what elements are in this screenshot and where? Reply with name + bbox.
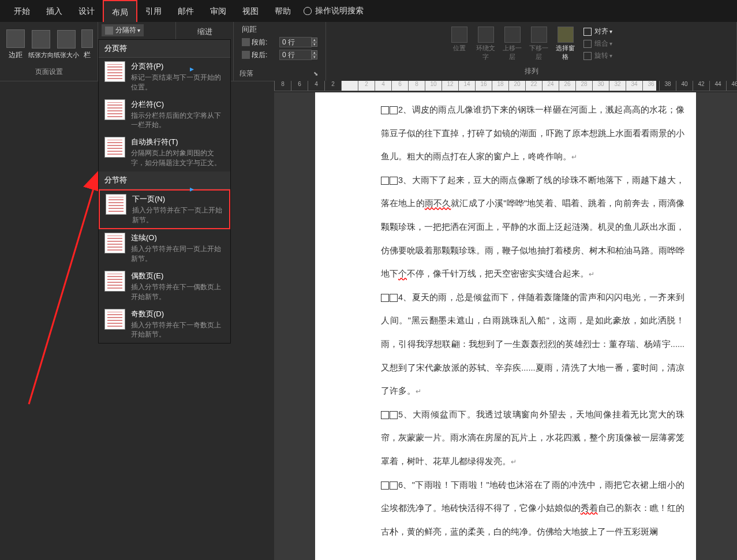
ruler-tick: 4 xyxy=(308,81,324,91)
paragraph-4: 4、夏天的雨，总是倾盆而下，伴随着轰隆隆的雷声和闪闪电光，一齐来到人间。"黑云翻… xyxy=(381,286,684,403)
spin-up[interactable]: ▴ xyxy=(312,50,317,55)
arrow-marker-icon: ▸ xyxy=(190,64,194,73)
spacing-before-input[interactable] xyxy=(279,37,312,47)
bulb-icon xyxy=(304,7,312,15)
ruler-tick: 22 xyxy=(525,81,542,91)
ruler-tick: 2 xyxy=(324,81,341,91)
chevron-down-icon: ▾ xyxy=(137,27,140,33)
continuous-icon xyxy=(104,233,125,253)
menu-text-wrap-break[interactable]: 自动换行符(T)分隔网页上的对象周围的文字，如分隔题注文字与正文。 xyxy=(99,133,230,171)
ruler-tick: 18 xyxy=(492,81,508,91)
ruler-tick: 2 xyxy=(358,81,375,91)
even-page-icon xyxy=(104,271,125,292)
paragraph-6: 6、"下雨啦！下雨啦！"地砖也沐浴在了雨的冲洗中，雨把它衣裙上细小的尘埃都洗净了… xyxy=(381,473,684,544)
group-button: 组合▾ xyxy=(581,38,615,50)
indent-label: 缩进 xyxy=(197,24,212,37)
ruler-tick: 46 xyxy=(726,81,737,91)
position-icon xyxy=(451,27,467,43)
tab-start[interactable]: 开始 xyxy=(6,0,38,22)
wrap-button: 环绕文字 xyxy=(473,24,499,64)
margins-button[interactable]: 边距 xyxy=(3,24,28,65)
position-button: 位置 xyxy=(446,24,473,55)
ruler-tick: 40 xyxy=(676,81,693,91)
tab-design[interactable]: 设计 xyxy=(70,0,103,22)
rotate-button: 旋转▾ xyxy=(581,50,615,62)
align-icon xyxy=(583,28,592,36)
ruler-tick: 44 xyxy=(709,81,726,91)
paragraph-2: 2、调皮的雨点儿像谁扔下来的钢珠一样砸在河面上，溅起高高的水花；像筛豆子似的往下… xyxy=(381,98,684,169)
paragraph-launcher[interactable]: ⬊ xyxy=(312,70,320,77)
spin-down[interactable]: ▾ xyxy=(312,42,317,47)
menu-continuous[interactable]: 连续(O)插入分节符并在同一页上开始新节。 xyxy=(99,229,230,267)
tab-references[interactable]: 引用 xyxy=(137,0,170,22)
spacing-before-label: 段前: xyxy=(252,38,279,47)
breaks-dropdown: 分页符 ▸ 分页符(P)标记一页结束与下一页开始的位置。 分栏符(C)指示分栏符… xyxy=(98,39,231,344)
rotate-icon xyxy=(583,52,592,60)
columns-icon xyxy=(81,29,93,48)
ruler-tick: 36 xyxy=(642,81,659,91)
backward-button: 下移一层 xyxy=(526,24,552,64)
tell-me-search[interactable]: 操作说明搜索 xyxy=(304,6,364,16)
wrap-icon xyxy=(478,27,494,43)
arrange-group-label: 排列 xyxy=(330,64,733,79)
menu-next-page[interactable]: 下一页(N)插入分节符并在下一页上开始新节。 xyxy=(99,189,230,230)
forward-icon xyxy=(504,27,521,43)
ruler-tick: 12 xyxy=(442,81,458,91)
ruler-tick: 32 xyxy=(609,81,626,91)
ruler-tick: 10 xyxy=(425,81,442,91)
tab-view[interactable]: 视图 xyxy=(234,0,267,22)
menu-even-page[interactable]: 偶数页(E)插入分节符并在下一偶数页上开始新节。 xyxy=(99,267,230,305)
section-section-breaks: 分节符 xyxy=(99,171,230,189)
selection-pane-icon xyxy=(558,27,574,43)
menu-page-break[interactable]: 分页符(P)标记一页结束与下一页开始的位置。 xyxy=(99,58,230,96)
backward-icon xyxy=(531,27,547,43)
breaks-icon xyxy=(105,27,113,35)
tab-mailings[interactable]: 邮件 xyxy=(170,0,202,22)
ruler-tick: 6 xyxy=(391,81,408,91)
breaks-button[interactable]: 分隔符 ▾ xyxy=(102,24,144,36)
page-setup-label: 页面设置 xyxy=(3,65,94,79)
spacing-after-label: 段后: xyxy=(252,50,279,60)
horizontal-ruler[interactable]: 8642246810121416182022242628303234363840… xyxy=(274,81,737,91)
ruler-tick: 34 xyxy=(626,81,642,91)
tab-layout[interactable]: 布局 xyxy=(103,0,137,22)
spin-up[interactable]: ▴ xyxy=(312,38,317,42)
tab-help[interactable]: 帮助 xyxy=(267,0,299,22)
paragraph-5: 5、大雨倾盆而下。我透过玻璃窗向外望去，天地间像挂着无比宽大的珠帘，灰蒙蒙一片。… xyxy=(381,403,684,473)
svg-line-0 xyxy=(29,173,98,404)
ruler-tick: 38 xyxy=(659,81,676,91)
align-button[interactable]: 对齐▾ xyxy=(581,25,615,38)
size-button[interactable]: 纸张大小 xyxy=(54,24,79,65)
menu-column-break[interactable]: 分栏符(C)指示分栏符后面的文字将从下一栏开始。 xyxy=(99,96,230,134)
orientation-button[interactable]: 纸张方向 xyxy=(28,24,54,65)
ruler-tick: 28 xyxy=(575,81,592,91)
ruler-tick: 30 xyxy=(592,81,609,91)
ruler-tick: 4 xyxy=(375,81,391,91)
ruler-tick: 42 xyxy=(693,81,709,91)
spin-down[interactable]: ▾ xyxy=(312,55,317,59)
columns-button[interactable]: 栏 xyxy=(79,24,95,65)
wrap-break-icon xyxy=(104,137,125,158)
odd-page-icon xyxy=(104,309,125,330)
document-page: 2、调皮的雨点儿像谁扔下来的钢珠一样砸在河面上，溅起高高的水花；像筛豆子似的往下… xyxy=(315,92,696,560)
menu-odd-page[interactable]: 奇数页(D)插入分节符并在下一奇数页上开始新节。 xyxy=(99,305,230,344)
spacing-before-icon xyxy=(242,38,250,46)
selection-pane-button[interactable]: 选择窗格 xyxy=(552,24,579,64)
arrow-marker-icon: ▸ xyxy=(190,184,194,193)
tab-insert[interactable]: 插入 xyxy=(38,0,70,22)
ruler-tick: 14 xyxy=(458,81,475,91)
next-page-icon xyxy=(106,194,126,215)
spacing-after-input[interactable] xyxy=(279,50,312,60)
ruler-tick: 20 xyxy=(508,81,525,91)
ruler-tick: 8 xyxy=(408,81,425,91)
ruler-tick: 6 xyxy=(291,81,308,91)
forward-button: 上移一层 xyxy=(499,24,526,64)
ruler-tick: 8 xyxy=(274,81,291,91)
paragraph-group-label: 段落 xyxy=(240,69,253,79)
group-icon xyxy=(583,40,592,48)
spacing-after-icon xyxy=(242,51,250,59)
ruler-tick: 26 xyxy=(559,81,575,91)
tab-review[interactable]: 审阅 xyxy=(202,0,234,22)
page-break-icon xyxy=(104,61,125,82)
document-area[interactable]: 2、调皮的雨点儿像谁扔下来的钢珠一样砸在河面上，溅起高高的水花；像筛豆子似的往下… xyxy=(274,92,737,560)
